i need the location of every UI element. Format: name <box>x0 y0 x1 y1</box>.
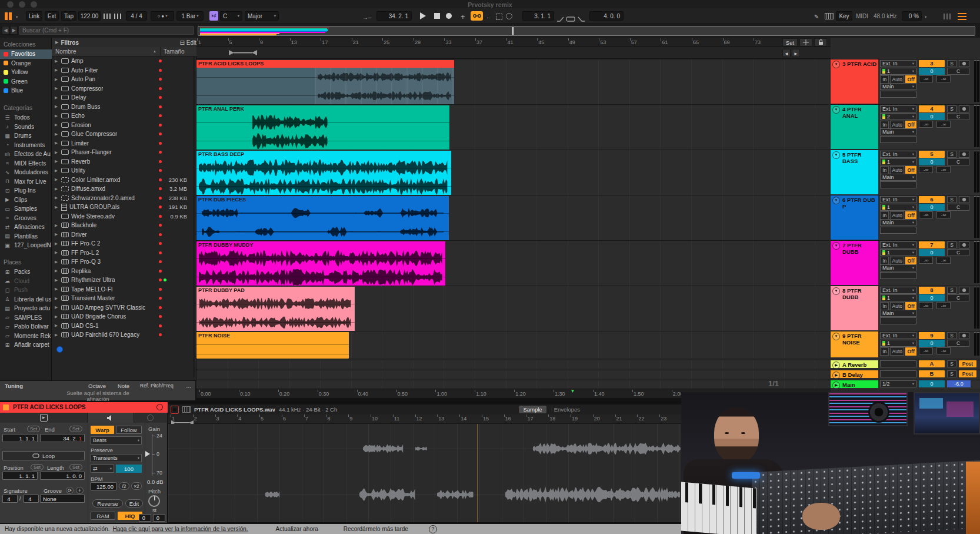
record-button[interactable] <box>446 13 452 19</box>
clip-title-bar[interactable]: PTFR ACID LICKS LOOPS <box>0 402 168 413</box>
send-a-knob[interactable]: -∞ <box>919 257 933 264</box>
expand-arrow-icon[interactable]: ▶ <box>55 205 59 210</box>
tab-audio[interactable] <box>88 413 134 423</box>
clip-title[interactable]: PTFR BASS DEEP <box>196 151 451 158</box>
gain-value[interactable]: 0.0 dB <box>147 479 163 485</box>
pan-knob[interactable]: 0 <box>919 249 945 256</box>
monitor-in-button[interactable]: In <box>880 211 889 220</box>
send-b-knob[interactable]: -∞ <box>936 211 951 218</box>
tab-envelopes[interactable]: Envelopes <box>550 406 584 413</box>
browser-scrollbar[interactable] <box>193 57 195 377</box>
solo-button[interactable]: S <box>947 370 956 377</box>
warp-button[interactable]: Warp <box>91 426 114 434</box>
solo-button[interactable]: S <box>947 287 956 294</box>
transients-menu[interactable]: Transients▾ <box>91 454 142 462</box>
tempo-field[interactable]: 122.00 <box>78 11 101 21</box>
place-item-packs[interactable]: ⊞Packs <box>0 267 52 277</box>
expand-arrow-icon[interactable]: ▶ <box>55 232 59 237</box>
monitor-in-button[interactable]: In <box>880 257 889 265</box>
crossfade-assign-button[interactable]: C <box>947 158 969 165</box>
expand-arrow-icon[interactable]: ▶ <box>55 177 59 182</box>
send-a-knob[interactable]: -∞ <box>919 211 933 218</box>
browser-row[interactable]: ▶Echo <box>52 111 196 121</box>
tap-tempo-button[interactable]: Tap <box>61 11 76 21</box>
send-a-knob[interactable]: -∞ <box>919 302 933 309</box>
browser-back-button[interactable]: ◀ <box>2 26 9 35</box>
solo-button[interactable]: S <box>947 196 956 203</box>
clip-title[interactable]: PTFR ANAL PERK <box>196 105 449 113</box>
pitch-fine-field[interactable]: 0 <box>153 514 165 522</box>
beat-time-ruler[interactable]: 15913172125293337414549535761656973 <box>196 38 831 47</box>
arrangement-clip[interactable]: PTFR DUBBY MUDDY <box>196 241 445 286</box>
ram-button[interactable]: RAM <box>91 512 115 520</box>
input-channel-menu[interactable]: 1▾ <box>880 294 916 301</box>
groove-commit-icon[interactable]: ⟳ <box>66 487 74 494</box>
start-set-button[interactable]: Set <box>27 426 40 432</box>
expand-arrow-icon[interactable]: ▶ <box>55 305 59 310</box>
crossfade-assign-button[interactable]: C <box>947 249 969 256</box>
warp-mode-menu[interactable]: Beats▾ <box>91 436 142 445</box>
category-item-127-loopedn[interactable]: ▣127_LoopedN <box>0 241 52 250</box>
push-caret-icon[interactable]: ▾ <box>16 15 18 19</box>
remind-later-button[interactable]: Recordármelo más tarde <box>344 526 408 532</box>
track-activator-button[interactable]: 7 <box>919 241 945 248</box>
category-item-efectos-de-au[interactable]: ıılıEfectos de Au <box>0 150 52 159</box>
punch-out-icon[interactable] <box>578 14 585 24</box>
pan-knob[interactable]: 0 <box>919 204 945 211</box>
browser-row[interactable]: ▶Rhythmizer Ultra <box>52 276 196 285</box>
unfold-track-icon[interactable]: ▼ <box>832 333 840 340</box>
tuning-note-label[interactable]: Note <box>118 383 129 389</box>
expand-arrow-icon[interactable]: ▶ <box>55 122 59 127</box>
input-routing-menu[interactable]: Ext. In▾ <box>880 60 916 67</box>
browser-row[interactable]: ▶Blackhole <box>52 221 196 230</box>
clip-title[interactable]: PTFR DUBBY MUDDY <box>196 241 445 249</box>
browser-row[interactable]: ▶FF Pro-C 2 <box>52 239 196 248</box>
main-volume-field[interactable]: -6.0 <box>947 380 971 387</box>
expand-arrow-icon[interactable]: ▶ <box>55 314 59 319</box>
time-signature-field[interactable]: 4 / 4 <box>126 11 147 21</box>
return-lane[interactable] <box>196 370 829 379</box>
expand-arrow-icon[interactable]: ▶ <box>55 241 59 246</box>
expand-arrow-icon[interactable]: ▶ <box>55 268 59 273</box>
input-routing-menu[interactable]: Ext. In▾ <box>880 241 916 248</box>
browser-row[interactable]: ▶UAD Brigade Chorus <box>52 312 196 321</box>
solo-button[interactable]: S <box>947 60 956 67</box>
draw-pencil-icon[interactable]: ✎ <box>814 14 819 20</box>
unfold-main-icon[interactable]: ▶ <box>832 382 840 389</box>
pan-knob[interactable]: 0 <box>919 113 945 120</box>
return-routing-box[interactable] <box>880 370 916 377</box>
return-activator-button[interactable]: B <box>919 370 945 377</box>
place-item-cloud[interactable]: ☁Cloud <box>0 277 52 286</box>
send-b-knob[interactable]: -∞ <box>936 302 951 309</box>
output-routing-menu[interactable]: Main▾ <box>880 174 916 181</box>
pan-knob[interactable]: 0 <box>919 68 945 75</box>
arm-button[interactable] <box>959 196 969 203</box>
scale-menu[interactable]: Major▾ <box>245 11 279 21</box>
place-item-proyecto-actu[interactable]: ▤Proyecto actu <box>0 304 52 313</box>
monitor-off-button[interactable]: Off <box>905 347 916 356</box>
follow-lock-icon[interactable] <box>171 406 179 414</box>
output-routing-menu[interactable]: Main▾ <box>880 310 916 317</box>
clip-collapse-icon[interactable] <box>156 404 163 410</box>
unfold-track-icon[interactable]: ▼ <box>832 151 840 159</box>
browser-column-headers[interactable]: Nombre ▲ Tamaño <box>52 47 196 57</box>
unfold-return-icon[interactable]: ▶ <box>832 372 840 379</box>
unfold-return-icon[interactable]: ▶ <box>832 361 840 369</box>
browser-row[interactable]: ▶Compressor <box>52 84 196 94</box>
send-b-knob[interactable]: -∞ <box>936 121 951 128</box>
track-activator-button[interactable]: 9 <box>919 332 945 339</box>
draw-selection-icon[interactable] <box>496 14 502 20</box>
crossfade-assign-button[interactable]: C <box>947 68 969 75</box>
browser-row[interactable]: ▶Replika <box>52 267 196 276</box>
next-marker-button[interactable]: ▸ <box>792 49 800 57</box>
expand-arrow-icon[interactable]: ▶ <box>55 195 59 200</box>
send-a-knob[interactable]: -∞ <box>919 121 933 128</box>
expand-arrow-icon[interactable]: ▶ <box>55 77 59 82</box>
output-routing-menu[interactable]: Main▾ <box>880 128 916 135</box>
lock-envelopes-button[interactable] <box>814 38 827 47</box>
punch-in-icon[interactable] <box>556 14 564 24</box>
crossfade-assign-button[interactable]: C <box>947 204 969 211</box>
back-to-arrangement-icon[interactable]: ← <box>486 14 492 20</box>
expand-arrow-icon[interactable]: ▶ <box>55 323 59 328</box>
tuning-more-button[interactable]: … <box>186 383 192 389</box>
